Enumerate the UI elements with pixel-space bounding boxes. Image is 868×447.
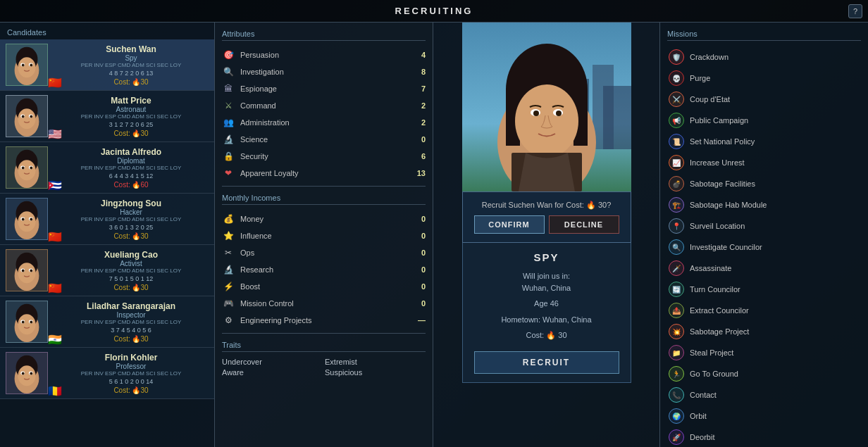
income-value: 0 (411, 215, 426, 223)
mission-item[interactable]: 💣 Sabotage Facilities (667, 173, 861, 194)
mission-item[interactable]: 🚀 Deorbit (667, 427, 861, 447)
mission-name: Turn Councilor (690, 285, 740, 294)
candidate-item[interactable]: Matt Price Astronaut PER INV ESP CMD ADM… (0, 91, 214, 142)
mission-icon: 📢 (669, 113, 684, 128)
svg-point-35 (18, 263, 35, 283)
income-name: Mission Control (240, 299, 411, 308)
candidate-role: Astronaut (54, 106, 209, 113)
mission-item[interactable]: 📤 Extract Councilor (667, 300, 861, 321)
candidate-cost: Cost: 🔥60 (54, 181, 209, 189)
income-name: Money (240, 215, 411, 223)
candidate-item[interactable]: Liladhar Sarangarajan Inspector PER INV … (0, 296, 214, 348)
svg-point-39 (30, 270, 32, 272)
confirm-button[interactable]: CONFIRM (474, 215, 545, 234)
mission-item[interactable]: 💀 Purge (667, 68, 861, 89)
attr-icon: 🏛 (222, 82, 235, 95)
attr-name: Security (240, 152, 411, 160)
attr-icon: ❤ (222, 167, 235, 180)
candidate-item[interactable]: Jacinta Alfredo Diplomat PER INV ESP CMD… (0, 142, 214, 194)
mission-icon: 💥 (669, 324, 684, 339)
mission-name: Crackdown (690, 53, 728, 61)
attr-icon: 🔒 (222, 150, 235, 163)
mission-item[interactable]: 📁 Steal Project (667, 342, 861, 363)
attribute-row: 🎯 Persuasion 4 (222, 46, 426, 63)
candidate-cost: Cost: 🔥30 (54, 386, 209, 394)
candidate-info: Jingzhong Sou Hacker PER INV ESP CMD ADM… (54, 199, 209, 240)
stat-labels: PER INV ESP CMD ADM SCI SEC LOY (54, 370, 209, 377)
candidate-item[interactable]: Florin Kohler Professor PER INV ESP CMD … (0, 348, 214, 399)
attr-icon: 👥 (222, 116, 235, 129)
window-title: RECRUITING (395, 6, 473, 16)
mission-item[interactable]: 📢 Public Campaign (667, 110, 861, 131)
mission-icon: 💀 (669, 70, 684, 86)
mission-item[interactable]: 🗡️ Assassinate (667, 258, 861, 279)
spy-class-label: SPY (474, 251, 619, 263)
attribute-row: 🔍 Investigation 8 (222, 63, 426, 80)
income-icon: ⭐ (222, 229, 235, 242)
candidate-flag: 🇨🇳 (48, 283, 63, 293)
avatar-face (6, 301, 47, 342)
svg-point-23 (30, 167, 32, 170)
income-icon: ✂ (222, 246, 235, 259)
income-icon: 🔬 (222, 263, 235, 276)
income-row: ⚡ Boost 0 (222, 278, 426, 295)
candidate-info: Suchen Wan Spy PER INV ESP CMD ADM SCI S… (54, 44, 209, 86)
spy-join-label: Will join us in: Wuhan, China (474, 270, 619, 294)
mission-name: Orbit (690, 412, 707, 420)
candidate-flag: 🇨🇳 (48, 232, 63, 241)
confirm-buttons: CONFIRM DECLINE (474, 215, 619, 234)
mission-item[interactable]: 📈 Increase Unrest (667, 152, 861, 173)
svg-point-3 (18, 57, 35, 77)
svg-point-55 (30, 372, 32, 375)
svg-point-19 (18, 160, 35, 180)
candidate-name: Jingzhong Sou (54, 199, 209, 208)
mission-icon: 🏃 (669, 366, 684, 382)
mission-item[interactable]: 🌍 Orbit (667, 405, 861, 427)
candidate-item[interactable]: Suchen Wan Spy PER INV ESP CMD ADM SCI S… (0, 39, 214, 91)
mission-item[interactable]: 🛡️ Crackdown (667, 46, 861, 68)
confirm-box: Recruit Suchen Wan for Cost: 🔥 30? CONFI… (462, 191, 631, 243)
decline-button[interactable]: DECLINE (549, 215, 619, 234)
mission-name: Surveil Location (690, 222, 745, 230)
income-value: — (411, 316, 426, 325)
mission-item[interactable]: 🔍 Investigate Councilor (667, 237, 861, 258)
mission-item[interactable]: 📞 Contact (667, 384, 861, 405)
income-row: ⚙ Engineering Projects — (222, 312, 426, 329)
attribute-row: 🔒 Security 6 (222, 148, 426, 165)
help-button[interactable]: ? (848, 4, 862, 18)
recruit-button[interactable]: RECRUIT (474, 351, 619, 374)
mission-item[interactable]: 🔄 Turn Councilor (667, 279, 861, 300)
candidate-item[interactable]: Jingzhong Sou Hacker PER INV ESP CMD ADM… (0, 194, 214, 245)
mission-item[interactable]: 🏃 Go To Ground (667, 363, 861, 384)
svg-point-51 (18, 365, 35, 386)
candidate-item[interactable]: Xueliang Cao Activist PER INV ESP CMD AD… (0, 245, 214, 296)
stat-labels: PER INV ESP CMD ADM SCI SEC LOY (54, 113, 209, 120)
attr-icon: ⚔ (222, 99, 235, 112)
candidate-role: Diplomat (54, 157, 209, 165)
trait-item: Aware (222, 368, 323, 377)
attr-name: Persuasion (240, 51, 411, 59)
attribute-row: ⚔ Command 2 (222, 97, 426, 114)
candidate-name: Matt Price (54, 96, 209, 106)
mission-item[interactable]: 📍 Surveil Location (667, 215, 861, 237)
candidate-flag: 🇮🇳 (48, 334, 63, 344)
mission-item[interactable]: 💥 Sabotage Project (667, 321, 861, 342)
incomes-list: 💰 Money 0 ⭐ Influence 0 ✂ Ops 0 🔬 Resear… (222, 210, 426, 329)
stat-labels: PER INV ESP CMD ADM SCI SEC LOY (54, 267, 209, 274)
candidate-flag: 🇷🇴 (48, 386, 63, 396)
title-bar: RECRUITING ? (0, 0, 868, 23)
trait-item: Extremist (325, 358, 426, 366)
mission-name: Deorbit (690, 433, 714, 441)
spy-age: Age 46 (474, 298, 619, 310)
mission-icon: 🌍 (669, 408, 684, 424)
attr-value: 0 (411, 135, 426, 144)
mission-item[interactable]: ⚔️ Coup d'Etat (667, 89, 861, 110)
income-name: Boost (240, 282, 411, 291)
candidate-stats: 7 5 0 1 5 0 1 12 (54, 275, 209, 282)
candidate-stats: 4 8 7 2 2 0 6 13 (54, 70, 209, 77)
mission-item[interactable]: 📜 Set National Policy (667, 131, 861, 152)
mission-icon: 💣 (669, 176, 684, 191)
mission-item[interactable]: 🏗️ Sabotage Hab Module (667, 194, 861, 215)
income-icon: 🎮 (222, 297, 235, 310)
attr-value: 8 (411, 68, 426, 76)
